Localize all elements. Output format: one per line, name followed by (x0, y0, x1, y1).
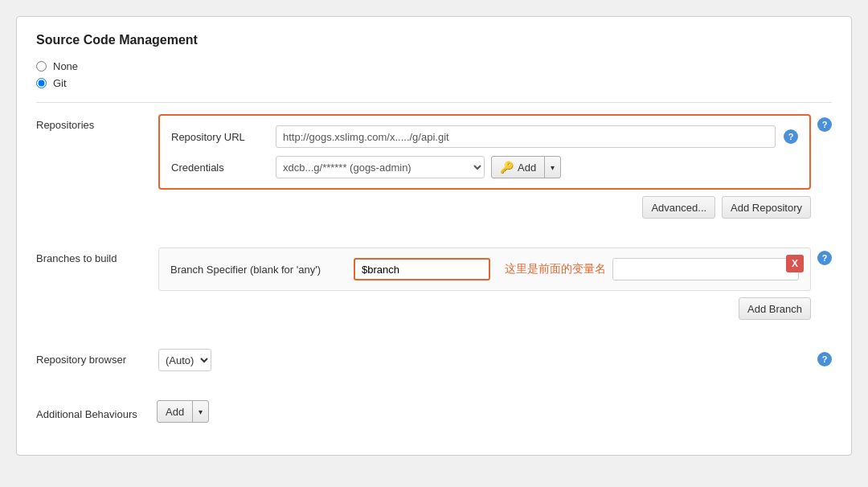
branch-specifier-input[interactable] (354, 258, 490, 280)
add-dropdown-arrow[interactable]: ▾ (545, 157, 560, 178)
credentials-label: Credentials (171, 162, 268, 174)
additional-behaviours-section: Additional Behaviours Add ▾ (36, 400, 832, 423)
add-credentials-main[interactable]: 🔑 Add (492, 157, 545, 178)
additional-add-arrow[interactable]: ▾ (193, 401, 208, 422)
none-radio[interactable] (36, 61, 47, 72)
branches-box: X Branch Specifier (blank for 'any') 这里是… (158, 248, 811, 291)
git-label: Git (53, 77, 67, 89)
additional-label: Additional Behaviours (36, 403, 149, 420)
add-repository-button[interactable]: Add Repository (722, 196, 811, 219)
divider-1 (36, 102, 832, 103)
credentials-controls: xdcb...g/****** (gogs-admin) 🔑 Add ▾ (276, 156, 561, 178)
credentials-row: Credentials xdcb...g/****** (gogs-admin)… (171, 156, 798, 178)
branches-section: Branches to build X Branch Specifier (bl… (36, 248, 832, 334)
repo-url-input[interactable] (276, 125, 776, 148)
additional-add-main[interactable]: Add (158, 401, 193, 422)
remove-branch-button[interactable]: X (786, 255, 804, 272)
key-icon: 🔑 (500, 161, 514, 174)
git-radio[interactable] (36, 78, 47, 88)
credentials-select[interactable]: xdcb...g/****** (gogs-admin) (276, 156, 485, 178)
repo-browser-section: Repository browser (Auto) ? (36, 349, 832, 386)
repo-url-help-icon[interactable]: ? (784, 129, 798, 144)
repo-browser-label: Repository browser (36, 349, 149, 366)
branch-annotation: 这里是前面的变量名 (505, 262, 606, 276)
repositories-form: Repository URL ? Credentials xdcb...g/**… (158, 114, 811, 219)
branch-action-buttons: Add Branch (158, 297, 811, 320)
additional-add-label: Add (166, 406, 184, 418)
page-title: Source Code Management (36, 33, 832, 47)
branches-content: Branches to build X Branch Specifier (bl… (36, 248, 811, 334)
repo-action-buttons: Advanced... Add Repository (158, 196, 811, 219)
none-option[interactable]: None (36, 60, 832, 72)
add-branch-button[interactable]: Add Branch (739, 297, 811, 320)
scm-options: None Git (36, 60, 832, 89)
branch-rest-input[interactable] (612, 258, 799, 280)
repo-url-label: Repository URL (171, 131, 268, 143)
branches-help-icon[interactable]: ? (817, 251, 832, 265)
repo-browser-select[interactable]: (Auto) (158, 349, 211, 371)
repo-browser-content: Repository browser (Auto) (36, 349, 811, 386)
repo-url-row: Repository URL ? (171, 125, 798, 148)
add-label: Add (518, 162, 536, 174)
repositories-label: Repositories (36, 114, 149, 131)
repositories-row: Repositories Repository URL ? Credential… (36, 114, 811, 219)
branches-label: Branches to build (36, 248, 149, 264)
repo-browser-row: Repository browser (Auto) (36, 349, 811, 371)
repo-browser-help-icon[interactable]: ? (817, 352, 832, 366)
branches-form: X Branch Specifier (blank for 'any') 这里是… (158, 248, 811, 320)
branches-row: Branches to build X Branch Specifier (bl… (36, 248, 811, 320)
advanced-button[interactable]: Advanced... (642, 196, 715, 219)
repositories-help-icon[interactable]: ? (817, 117, 832, 132)
repositories-section: Repositories Repository URL ? Credential… (36, 114, 832, 233)
repositories-content: Repositories Repository URL ? Credential… (36, 114, 811, 233)
additional-add-button[interactable]: Add ▾ (157, 400, 209, 423)
repo-browser-form: (Auto) (158, 349, 811, 371)
git-option[interactable]: Git (36, 77, 832, 89)
add-credentials-button[interactable]: 🔑 Add ▾ (491, 156, 561, 178)
none-label: None (53, 60, 78, 72)
branch-specifier-row: Branch Specifier (blank for 'any') 这里是前面… (170, 258, 799, 280)
branch-specifier-label: Branch Specifier (blank for 'any') (170, 264, 347, 276)
repo-box: Repository URL ? Credentials xdcb...g/**… (158, 114, 811, 190)
